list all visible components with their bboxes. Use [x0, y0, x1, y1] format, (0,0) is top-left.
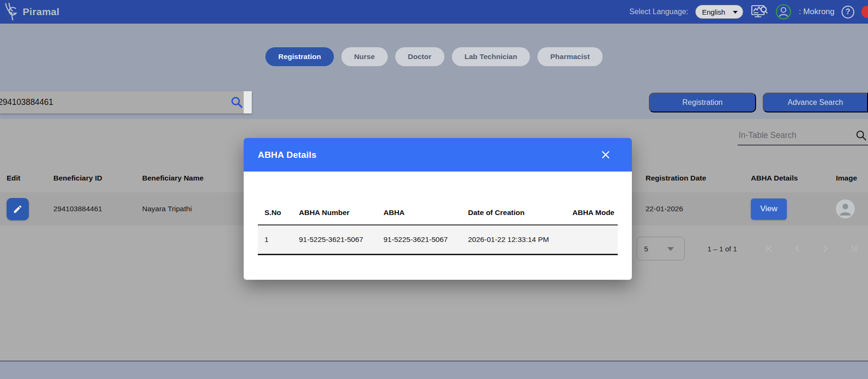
footer-bar: [0, 361, 868, 379]
chevron-down-icon: [733, 11, 738, 14]
pagination-bar: 5 1 – 1 of 1: [637, 237, 859, 260]
search-icon[interactable]: [230, 96, 243, 109]
abha-column-sno: S.No: [258, 208, 292, 217]
user-avatar-icon[interactable]: [775, 4, 791, 20]
tab-label: Pharmacist: [550, 52, 590, 61]
in-table-search-input[interactable]: [738, 127, 850, 140]
abha-table-row: 1 91-5225-3621-5067 91-5225-3621-5067 20…: [258, 225, 618, 255]
advance-search-button[interactable]: Advance Search: [763, 93, 868, 112]
language-select[interactable]: English: [695, 5, 743, 19]
abha-cell-abha: 91-5225-3621-5067: [377, 235, 461, 244]
column-header-registration-date: Registration Date: [639, 174, 744, 182]
beneficiary-search-input[interactable]: [0, 97, 244, 107]
abha-column-abha: ABHA: [377, 208, 461, 217]
view-abha-details-button[interactable]: View: [751, 198, 787, 220]
chevron-down-icon: [667, 247, 674, 251]
help-icon[interactable]: ?: [842, 6, 854, 18]
beneficiary-search-box: [0, 91, 252, 113]
pencil-icon: [13, 204, 23, 214]
pagination-range-label: 1 – 1 of 1: [707, 245, 737, 253]
cell-registration-date: 22-01-2026: [639, 205, 744, 213]
abha-column-abha-mode: ABHA Mode: [566, 208, 618, 217]
tab-doctor[interactable]: Doctor: [395, 47, 444, 66]
cell-beneficiary-id: 294103884461: [47, 205, 136, 213]
beneficiary-image-icon[interactable]: [836, 199, 855, 218]
tab-label: Nurse: [354, 52, 375, 61]
abha-cell-sno: 1: [258, 235, 292, 244]
modal-title: ABHA Details: [258, 150, 316, 160]
rows-per-page-select[interactable]: 5: [637, 237, 685, 260]
abha-column-date-of-creation: Date of Creation: [461, 208, 566, 217]
first-page-icon[interactable]: [764, 243, 774, 254]
tab-label: Registration: [278, 52, 321, 61]
previous-page-icon[interactable]: [792, 243, 802, 254]
report-monitor-icon[interactable]: [750, 4, 768, 20]
column-header-abha-details: ABHA Details: [744, 174, 829, 182]
next-page-icon[interactable]: [820, 243, 831, 254]
in-table-search-icon[interactable]: [855, 129, 867, 141]
rows-per-page-value: 5: [644, 245, 648, 253]
registration-button[interactable]: Registration: [649, 93, 756, 112]
abha-details-modal: ABHA Details S.No ABHA Number ABHA Date …: [244, 138, 632, 280]
select-language-label: Select Language:: [630, 8, 689, 16]
abha-table: S.No ABHA Number ABHA Date of Creation A…: [258, 208, 618, 255]
modal-header: ABHA Details: [244, 138, 632, 172]
role-tabs: Registration Nurse Doctor Lab Technician…: [0, 47, 868, 66]
column-header-beneficiary-id: Beneficiary ID: [47, 174, 136, 182]
tab-registration[interactable]: Registration: [265, 47, 333, 66]
tab-pharmacist[interactable]: Pharmacist: [537, 47, 603, 66]
edit-button[interactable]: [7, 198, 29, 220]
in-table-search: [738, 127, 868, 146]
brand-logo: Piramal: [0, 3, 60, 21]
column-header-image: Image: [829, 174, 868, 182]
tab-lab-technician[interactable]: Lab Technician: [452, 47, 530, 66]
language-select-value: English: [702, 8, 725, 16]
close-button[interactable]: [599, 148, 612, 161]
abha-table-header-row: S.No ABHA Number ABHA Date of Creation A…: [258, 208, 618, 225]
tab-nurse[interactable]: Nurse: [341, 47, 388, 66]
column-header-edit: Edit: [0, 174, 47, 182]
abha-column-abha-number: ABHA Number: [292, 208, 377, 217]
top-app-bar: Piramal Select Language: English: [0, 0, 868, 24]
close-icon: [601, 150, 610, 159]
abha-cell-date-of-creation: 2026-01-22 12:33:14 PM: [461, 235, 566, 244]
last-page-icon[interactable]: [849, 243, 859, 254]
notification-dot-icon[interactable]: [861, 6, 868, 18]
brand-name: Piramal: [23, 6, 60, 17]
piramal-logo-icon: [4, 3, 20, 21]
tab-label: Doctor: [408, 52, 432, 61]
abha-cell-abha-number: 91-5225-3621-5067: [292, 235, 377, 244]
logged-in-user-name: : Mokrong: [799, 7, 834, 17]
tab-label: Lab Technician: [465, 52, 518, 61]
